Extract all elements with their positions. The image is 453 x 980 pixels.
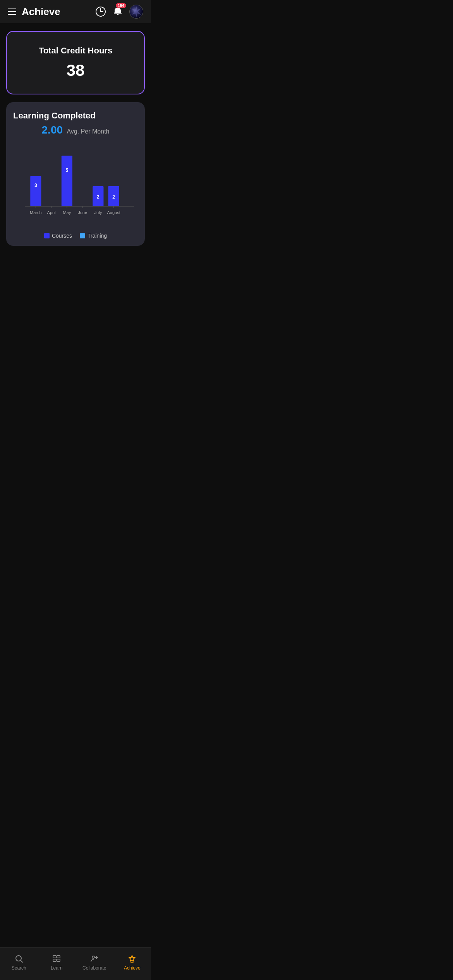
courses-label: Courses [52,233,72,239]
legend-courses: Courses [44,233,72,239]
main-content: Total Credit Hours 38 Learning Completed… [0,23,151,254]
bar-may-label: 5 [66,168,69,173]
chart-container: 3 5 2 2 March [13,144,138,227]
training-swatch [80,233,85,238]
training-label: Training [88,233,107,239]
avg-row: 2.00 Avg. Per Month [13,124,138,136]
history-button[interactable] [95,6,106,17]
header: Achieve 164 [0,0,151,23]
bar-august-label: 2 [112,194,115,200]
learning-card: Learning Completed 2.00 Avg. Per Month 3… [6,102,145,246]
x-label-march: March [30,210,42,215]
clock-icon [95,6,106,17]
header-right: 164 [95,5,143,19]
courses-swatch [44,233,50,238]
x-label-july: July [94,210,102,215]
x-label-april: April [47,210,56,215]
bar-march-label: 3 [34,183,37,188]
x-label-may: May [63,210,71,215]
avg-label: Avg. Per Month [67,128,109,135]
page-title: Achieve [22,6,60,18]
avg-value: 2.00 [42,124,63,136]
x-label-june: June [78,210,87,215]
credit-hours-card: Total Credit Hours 38 [6,31,145,94]
legend-training: Training [80,233,107,239]
bar-july-label: 2 [97,194,100,200]
bar-march [30,176,41,206]
menu-icon[interactable] [8,9,16,15]
credit-hours-value: 38 [16,61,135,80]
chart-legend: Courses Training [13,233,138,239]
header-left: Achieve [8,6,60,18]
bar-chart: 3 5 2 2 March [13,144,138,222]
avatar[interactable] [129,5,143,19]
bar-may [62,156,72,206]
notification-badge: 164 [116,3,126,8]
learning-card-title: Learning Completed [13,111,138,121]
x-label-august: August [107,210,120,215]
notifications-wrapper[interactable]: 164 [112,5,123,18]
credit-hours-title: Total Credit Hours [16,46,135,56]
